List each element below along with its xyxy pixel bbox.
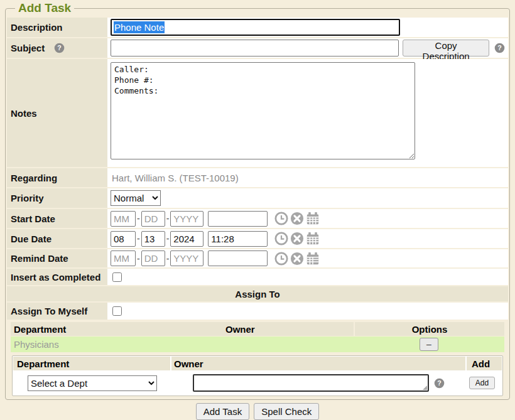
remind-date-year-input[interactable] [170,250,203,266]
add-table-department-header: Department [13,357,170,370]
remind-date-time-input[interactable] [208,250,268,266]
due-date-year-input[interactable] [170,231,203,247]
add-task-fieldset: Add Task Description Phone Note Subject … [5,1,510,400]
copy-description-help-icon[interactable]: ? [494,43,505,53]
date-separator: - [166,234,170,244]
insert-as-completed-label: Insert as Completed [11,272,100,283]
subject-input[interactable] [111,40,399,57]
description-input[interactable]: Phone Note [111,19,400,36]
regarding-value: Hart, William S. (TEST-10019) [111,173,239,183]
due-date-month-input[interactable] [111,231,136,247]
remind-date-day-input[interactable] [141,250,165,266]
due-date-row: Due Date - - [7,229,508,248]
insert-as-completed-row: Insert as Completed [7,269,508,285]
due-date-clear-icon[interactable] [290,232,304,245]
date-separator: - [137,254,140,264]
assign-to-section-header: Assign To [7,286,508,301]
due-date-clock-icon[interactable] [274,232,288,245]
remind-date-row: Remind Date - - [7,249,508,267]
remind-date-clock-icon[interactable] [274,252,288,266]
due-date-label: Due Date [11,234,52,244]
start-date-clock-icon[interactable] [274,212,288,225]
priority-label: Priority [11,193,44,203]
svg-text:?: ? [437,379,441,387]
insert-as-completed-checkbox[interactable] [112,272,122,282]
svg-text:?: ? [57,44,61,51]
description-label: Description [11,22,63,33]
start-date-label: Start Date [11,213,55,224]
date-separator: - [166,213,170,223]
remind-date-label: Remind Date [11,253,68,264]
start-date-calendar-icon[interactable] [306,212,320,225]
copy-description-button[interactable]: Copy Description [403,40,489,57]
due-date-calendar-icon[interactable] [306,232,320,245]
due-date-time-input[interactable] [208,231,268,247]
add-table-owner-header: Owner [171,357,465,370]
footer-actions: Add Task Spell Check [5,403,510,420]
notes-textarea[interactable] [111,62,415,159]
subject-label: Subject [11,43,45,53]
date-separator: - [137,234,140,244]
assign-to-myself-row: Assign To Myself [7,303,508,320]
description-row: Description Phone Note [7,18,508,37]
add-task-page: Add Task Description Phone Note Subject … [0,0,515,420]
assigned-departments-table: Department Owner Options Physicians – [11,322,504,352]
remind-date-calendar-icon[interactable] [306,252,320,266]
assigned-table-department-header: Department [11,322,224,336]
regarding-row: Regarding Hart, William S. (TEST-10019) [7,168,508,187]
resize-grip-icon [423,385,427,390]
start-date-row: Start Date - - [7,209,508,228]
regarding-label: Regarding [11,173,57,183]
assigned-department-row: Physicians – [11,337,504,352]
date-separator: - [166,254,170,264]
start-date-day-input[interactable] [141,211,165,227]
remove-assignment-button[interactable]: – [420,338,438,351]
start-date-time-input[interactable] [208,211,268,227]
due-date-day-input[interactable] [141,231,165,247]
owner-help-icon[interactable]: ? [434,378,445,389]
add-task-button[interactable]: Add Task [196,403,249,420]
description-selected-text: Phone Note [114,21,165,33]
priority-select[interactable]: Normal [111,190,161,206]
assign-to-myself-checkbox[interactable] [112,306,122,316]
spell-check-button[interactable]: Spell Check [254,403,319,420]
add-assignment-table: Department Owner Add Select a Dept ? Add [12,355,503,396]
start-date-year-input[interactable] [170,211,203,227]
notes-label: Notes [11,108,37,119]
start-date-clear-icon[interactable] [290,212,304,225]
add-table-add-header: Add [467,357,502,370]
subject-row: Subject ? Copy Description ? [7,38,508,58]
add-assignment-button[interactable]: Add [469,377,495,389]
remind-date-clear-icon[interactable] [290,252,304,266]
svg-text:?: ? [497,44,501,51]
assigned-table-owner-header: Owner [224,322,354,336]
owner-input[interactable] [193,374,429,392]
subject-help-icon[interactable]: ? [54,43,65,53]
priority-row: Priority Normal [7,188,508,208]
assigned-department-name: Physicians [11,339,354,350]
date-separator: - [137,213,140,223]
notes-row: Notes [7,59,508,167]
assigned-table-options-header: Options [355,322,504,336]
assign-to-myself-label: Assign To Myself [11,306,87,316]
start-date-month-input[interactable] [111,211,136,227]
page-title: Add Task [15,1,74,15]
department-select[interactable]: Select a Dept [28,375,157,391]
remind-date-month-input[interactable] [111,250,136,266]
